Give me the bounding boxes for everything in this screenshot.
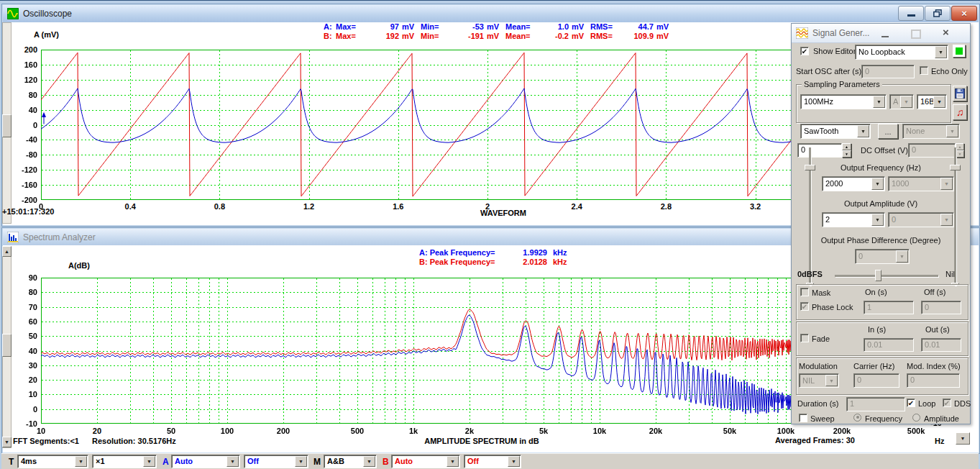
channel-a-label: A xyxy=(162,457,169,467)
value-spinner[interactable]: ▲ ▼ xyxy=(842,143,851,158)
loopback-select[interactable]: No Loopback▼ xyxy=(855,45,948,60)
more-options-button[interactable]: ... xyxy=(878,124,898,139)
scroll-up-button[interactable]: ▲ xyxy=(2,246,12,257)
amplitude-a-select[interactable]: 2▼ xyxy=(822,212,885,227)
sampling-bits-select[interactable]: 16Bit▼ xyxy=(917,94,947,109)
tick-label: 120 xyxy=(10,76,37,84)
scope-y-axis-label: A (mV) xyxy=(34,30,59,39)
mod-index-input[interactable]: 0 xyxy=(907,373,960,388)
output-amplitude-label: Output Amplitude (V) xyxy=(792,199,970,208)
run-indicator-icon xyxy=(956,47,963,55)
signal-generator-titlebar[interactable]: Signal Gener... × xyxy=(792,24,970,43)
chevron-down-icon: ▼ xyxy=(226,456,239,467)
loop-label: Loop xyxy=(918,399,935,408)
sweep-frequency-label: Frequency xyxy=(865,414,902,423)
value-input[interactable]: 0 xyxy=(797,143,842,158)
tone-editor-button[interactable]: ♫ xyxy=(953,104,967,120)
save-button[interactable] xyxy=(953,86,967,101)
modulation-label: Modulation xyxy=(799,362,838,370)
spectrum-title: Spectrum Analyzer xyxy=(23,232,96,242)
chevron-down-icon: ▼ xyxy=(871,214,884,226)
tick-label: -120 xyxy=(10,165,37,174)
mask-label: Mask xyxy=(812,288,830,297)
multiplier-select[interactable]: ×1▼ xyxy=(92,455,157,468)
check-icon: ✔ xyxy=(944,399,950,407)
start-osc-input[interactable]: 0 xyxy=(861,65,915,78)
echo-only-checkbox[interactable] xyxy=(920,66,928,75)
close-button[interactable]: × xyxy=(951,6,977,21)
sampling-rate-select[interactable]: 100MHz▼ xyxy=(800,94,887,109)
level-slider[interactable] xyxy=(835,275,938,277)
b-coupling-select[interactable]: Off▼ xyxy=(464,455,521,468)
signal-generator-title: Signal Gener... xyxy=(812,28,869,38)
b-trigger-select[interactable]: Auto▼ xyxy=(391,455,460,468)
tick-label: 60 xyxy=(10,317,37,326)
frequency-a-select[interactable]: 2000▼ xyxy=(822,176,885,191)
tick-label: 1.6 xyxy=(384,202,413,211)
fade-out-input[interactable]: 0.01 xyxy=(921,338,961,352)
close-icon: × xyxy=(961,9,967,18)
tick-label: 200 xyxy=(266,427,301,435)
amplitude-b-select[interactable]: 0▼ xyxy=(888,212,954,227)
sg-minimize-button[interactable] xyxy=(879,27,891,39)
view-mode-select[interactable]: A&B▼ xyxy=(324,455,377,468)
modulation-select[interactable]: NIL▼ xyxy=(799,373,839,388)
time-range-select[interactable]: 4ms▼ xyxy=(17,455,88,468)
chevron-down-icon: ▼ xyxy=(940,214,953,226)
wave-type-select[interactable]: SawTooth▼ xyxy=(800,124,871,139)
phase-lock-checkbox[interactable]: ✔ xyxy=(800,302,809,311)
phase-select[interactable]: 0▼ xyxy=(855,249,910,264)
stats-row: B: Peak Frequency=2.0128kHz xyxy=(419,258,577,267)
tick-label: 2.8 xyxy=(651,202,680,211)
run-indicator-button[interactable] xyxy=(953,45,966,58)
dds-checkbox[interactable]: ✔ xyxy=(943,399,951,407)
tick-label: 10 xyxy=(24,427,58,435)
echo-only-label: Echo Only xyxy=(931,67,968,76)
fade-in-input[interactable]: 0.01 xyxy=(864,338,914,352)
a-trigger-select[interactable]: Auto▼ xyxy=(171,455,240,468)
maximize-icon xyxy=(911,29,921,39)
dc-offset-input[interactable]: 0 xyxy=(908,143,956,158)
close-icon: × xyxy=(943,26,949,38)
spectrum-icon xyxy=(7,232,19,243)
sweep-frequency-radio[interactable] xyxy=(853,414,861,422)
mask-checkbox[interactable] xyxy=(800,288,809,296)
oscilloscope-titlebar[interactable]: Oscilloscope xyxy=(3,5,979,23)
show-editor-checkbox[interactable]: ✔ xyxy=(800,47,809,55)
a-coupling-select[interactable]: Off▼ xyxy=(244,455,308,468)
window-select[interactable]: None▼ xyxy=(902,124,960,139)
tick-label: -160 xyxy=(10,181,37,189)
tick-label: 160 xyxy=(10,60,37,69)
dc-offset-spinner[interactable]: ▲ ▼ xyxy=(956,143,964,158)
sweep-checkbox[interactable] xyxy=(799,414,807,422)
tick-label: 50k xyxy=(713,427,747,435)
frequency-b-select[interactable]: 1000▼ xyxy=(888,176,954,191)
chevron-down-icon: ▼ xyxy=(447,456,459,467)
loop-checkbox[interactable]: ✔ xyxy=(907,399,915,407)
spectrum-xaxis-title: AMPLITUDE SPECTRUM in dB xyxy=(403,437,561,445)
sampling-channel-select[interactable]: A▼ xyxy=(889,94,914,109)
tick-label: 100k xyxy=(769,427,803,435)
sg-close-button[interactable]: × xyxy=(943,26,949,38)
mask-off-input[interactable]: 0 xyxy=(921,301,961,314)
minimize-button[interactable] xyxy=(898,6,924,21)
stats-row: A:Max=97mVMin=-53mVMean=1.0mVRMS=44.7mV xyxy=(324,22,675,32)
tick-label: 5k xyxy=(526,427,561,435)
oscilloscope-icon xyxy=(7,8,19,19)
scroll-down-button[interactable]: ▼ xyxy=(2,437,12,447)
sg-maximize-button[interactable] xyxy=(911,29,921,42)
level-slider-thumb[interactable] xyxy=(875,270,881,281)
fade-checkbox[interactable] xyxy=(800,334,809,342)
tick-label: -80 xyxy=(10,150,37,159)
restore-button[interactable] xyxy=(925,6,951,21)
tick-label: 2 xyxy=(473,202,502,211)
radio-dot-icon xyxy=(856,416,859,419)
duration-input[interactable]: 1 xyxy=(846,397,905,411)
chevron-down-icon: ▼ xyxy=(295,456,307,467)
tick-label: 1.2 xyxy=(295,202,324,211)
chevron-down-icon: ▼ xyxy=(857,125,869,137)
sweep-amplitude-radio[interactable] xyxy=(912,414,920,422)
carrier-input[interactable]: 0 xyxy=(853,373,899,388)
mask-on-input[interactable]: 1 xyxy=(864,301,914,314)
right-axis-dropdown-button[interactable]: ▼ xyxy=(956,432,970,445)
